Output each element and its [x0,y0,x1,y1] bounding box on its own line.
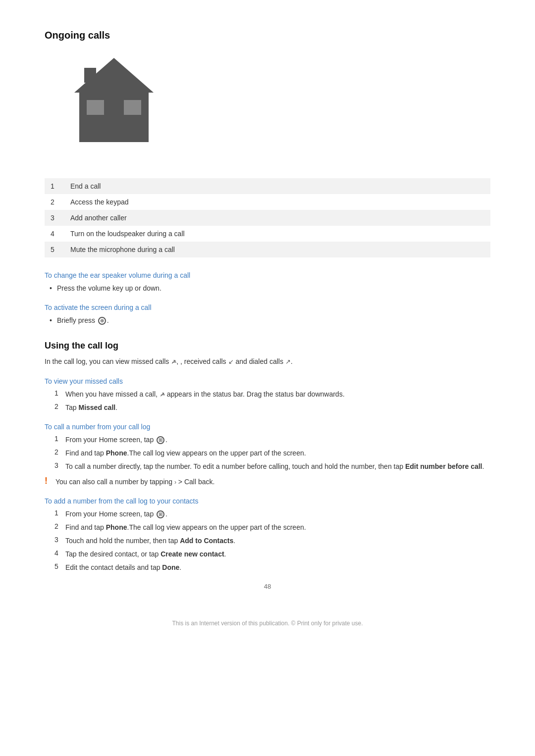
list-item: 4 Tap the desired contact, or tap Create… [54,549,490,559]
table-cell-num: 4 [45,226,64,242]
list-num: 5 [54,562,65,570]
list-item: 1 When you have missed a call, ↗̶ appear… [54,389,490,400]
list-num: 1 [54,389,65,397]
list-item: 2 Find and tap Phone.The call log view a… [54,448,490,458]
svg-rect-5 [124,100,141,115]
call-from-log-list: 1 From your Home screen, tap ⊞. 2 Find a… [54,435,490,472]
missed-calls-list: 1 When you have missed a call, ↗̶ appear… [54,389,490,413]
ear-speaker-text: Press the volume key up or down. [57,283,161,294]
list-text: Find and tap Phone.The call log view app… [65,448,306,458]
list-num: 2 [54,522,65,530]
table-cell-text: End a call [64,178,490,194]
note-text: You can also call a number by tapping › … [55,477,214,487]
svg-rect-3 [102,122,126,142]
ear-speaker-bullet: • Press the volume key up or down. [50,283,490,294]
list-num: 1 [54,509,65,517]
add-number-title: To add a number from the call log to you… [45,497,490,505]
list-item: 1 From your Home screen, tap ⊞. [54,435,490,445]
list-num: 1 [54,435,65,443]
table-cell-text: Mute the microphone during a call [64,242,490,257]
table-cell-num: 5 [45,242,64,257]
phone-image-container [74,53,490,163]
exclamation-icon: ! [45,476,55,486]
list-text: Edit the contact details and tap Done. [65,562,181,573]
list-text: When you have missed a call, ↗̶ appears … [65,389,345,400]
table-cell-num: 2 [45,194,64,210]
bullet-dot-2: • [50,315,52,326]
list-text: To call a number directly, tap the numbe… [65,461,484,472]
list-item: 3 To call a number directly, tap the num… [54,461,490,472]
list-text: Touch and hold the number, then tap Add … [65,536,235,546]
activate-screen-bullet: • Briefly press ⊕. [50,315,490,326]
table-cell-text: Add another caller [64,210,490,226]
list-num: 3 [54,536,65,544]
dialed-call-icon: ↗ [285,357,291,367]
list-num: 3 [54,461,65,469]
list-item: 2 Tap Missed call. [54,403,490,413]
missed-calls-title: To view your missed calls [45,377,490,385]
list-item: 5 Edit the contact details and tap Done. [54,562,490,573]
table-row: 4 Turn on the loudspeaker during a call [45,226,490,242]
page-number: 48 [45,583,490,590]
missed-icon-inline: ↗̶ [160,390,165,400]
apps-icon-2: ⊞ [157,510,164,518]
received-call-icon: ↙ [228,357,234,367]
table-cell-text: Turn on the loudspeaker during a call [64,226,490,242]
table-row: 1 End a call [45,178,490,194]
call-from-log-title: To call a number from your call log [45,423,490,431]
activate-screen-title: To activate the screen during a call [45,303,490,311]
svg-rect-1 [84,68,96,83]
list-num: 4 [54,549,65,557]
list-text: From your Home screen, tap ⊞. [65,435,167,445]
features-table: 1 End a call 2 Access the keypad 3 Add a… [45,178,490,257]
add-number-list: 1 From your Home screen, tap ⊞. 2 Find a… [54,509,490,573]
home-button-icon: ⊕ [98,317,106,325]
list-text: From your Home screen, tap ⊞. [65,509,167,519]
phone-image [74,53,154,162]
bullet-dot: • [50,283,52,294]
missed-call-icon: ↗̶ [171,357,176,367]
table-cell-text: Access the keypad [64,194,490,210]
table-row: 5 Mute the microphone during a call [45,242,490,257]
ongoing-calls-title: Ongoing calls [45,30,490,41]
activate-screen-text: Briefly press ⊕. [57,315,109,326]
list-text: Tap the desired contact, or tap Create n… [65,549,226,559]
list-item: 3 Touch and hold the number, then tap Ad… [54,536,490,546]
table-row: 2 Access the keypad [45,194,490,210]
list-num: 2 [54,448,65,456]
call-log-title: Using the call log [45,341,490,351]
list-item: 1 From your Home screen, tap ⊞. [54,509,490,519]
page-footer: This is an Internet version of this publ… [45,620,490,627]
list-text: Tap Missed call. [65,403,117,413]
call-log-intro: In the call log, you can view missed cal… [45,356,490,367]
table-cell-num: 1 [45,178,64,194]
list-num: 2 [54,403,65,410]
ear-speaker-title: To change the ear speaker volume during … [45,271,490,279]
svg-rect-4 [87,100,104,115]
table-cell-num: 3 [45,210,64,226]
apps-icon: ⊞ [157,436,164,444]
call-log-note: ! You can also call a number by tapping … [45,477,490,487]
list-text: Find and tap Phone.The call log view app… [65,522,306,533]
table-row: 3 Add another caller [45,210,490,226]
list-item: 2 Find and tap Phone.The call log view a… [54,522,490,533]
